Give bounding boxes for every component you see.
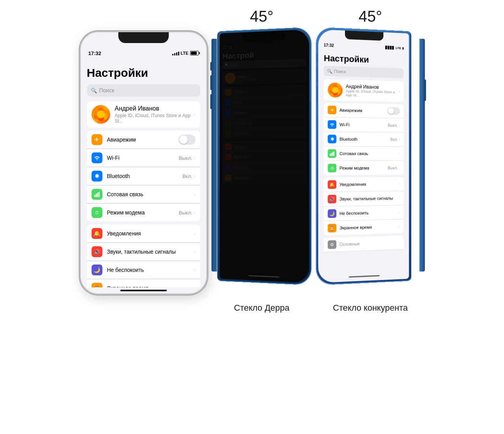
light-airplane-label: Авиарежим bbox=[339, 108, 387, 113]
light-notch bbox=[345, 31, 383, 41]
dnd-label: Не беспокоить bbox=[107, 267, 194, 273]
light-dnd-row: 🌙 Не беспокоить › bbox=[324, 205, 404, 221]
light-bluetooth-label: Bluetooth bbox=[339, 137, 390, 142]
light-bluetooth-row: ✱ Bluetooth Вкл. › bbox=[324, 132, 404, 147]
svg-rect-19 bbox=[331, 153, 332, 156]
light-hotspot-row: ⊙ Режим модема Выкл. › bbox=[324, 161, 404, 175]
dark-vol2-btn bbox=[210, 94, 213, 109]
svg-point-6 bbox=[97, 111, 105, 118]
light-screentime-row: ⏳ Экранное время › bbox=[324, 220, 404, 235]
search-icon: 🔍 bbox=[91, 88, 97, 93]
light-general-label: Основные bbox=[339, 241, 360, 247]
bluetooth-icon: ✱ bbox=[92, 171, 102, 182]
screentime-icon: ⏳ bbox=[92, 283, 102, 287]
battery-fill bbox=[191, 52, 197, 55]
light-notifications-chevron: › bbox=[399, 182, 400, 186]
mute-button bbox=[80, 57, 80, 68]
home-indicator bbox=[120, 290, 167, 291]
light-search: 🔍 Поиск bbox=[324, 66, 404, 78]
light-profile-sub: Apple ID, iCloud, iTunes Store и App St.… bbox=[346, 89, 399, 98]
phone-light-body: 17:32 ▊▊▊▊ LTE ▮ Настройки 🔍 Поиск bbox=[316, 27, 411, 285]
light-airplane-icon: ✈ bbox=[327, 105, 336, 114]
signal-bar-3 bbox=[176, 52, 177, 55]
light-general-icon: ⚙ bbox=[327, 240, 336, 249]
light-power-btn bbox=[424, 80, 426, 101]
caption-spacer bbox=[80, 303, 208, 314]
dnd-chevron: › bbox=[194, 268, 196, 272]
profile-chevron: › bbox=[194, 112, 196, 117]
sounds-chevron: › bbox=[194, 249, 196, 254]
dnd-row[interactable]: 🌙 Не беспокоить › bbox=[87, 261, 200, 279]
sounds-label: Звуки, тактильные сигналы bbox=[107, 249, 194, 255]
light-profile-info: Андрей Иванов Apple ID, iCloud, iTunes S… bbox=[346, 84, 399, 98]
light-dnd-icon: 🌙 bbox=[327, 209, 336, 218]
svg-rect-10 bbox=[99, 192, 100, 197]
cellular-chevron: › bbox=[194, 192, 196, 197]
light-screentime-icon: ⏳ bbox=[327, 224, 336, 233]
notifications-icon: 🔔 bbox=[92, 228, 102, 239]
svg-rect-20 bbox=[332, 152, 333, 156]
airplane-icon: ✈ bbox=[92, 134, 102, 145]
screentime-label: Экранное время bbox=[107, 285, 194, 287]
light-vol2-btn bbox=[316, 86, 317, 101]
light-battery: ▮ bbox=[402, 46, 404, 50]
light-hotspot-label: Режим модема bbox=[339, 166, 388, 171]
light-cellular-row: Сотовая связь › bbox=[324, 147, 404, 161]
light-system-section: 🔔 Уведомления › 🔊 Звуки, тактильные сигн… bbox=[324, 177, 404, 235]
dark-power-btn bbox=[310, 79, 311, 101]
settings-title: Настройки bbox=[81, 60, 206, 83]
hotspot-value: Выкл. bbox=[179, 210, 192, 216]
light-screen: 17:32 ▊▊▊▊ LTE ▮ Настройки 🔍 Поиск bbox=[318, 29, 409, 283]
light-profile-section: Андрей Иванов Apple ID, iCloud, iTunes S… bbox=[324, 79, 404, 102]
light-home-indicator bbox=[349, 275, 379, 277]
wifi-icon bbox=[92, 152, 102, 163]
hotspot-label: Режим модема bbox=[107, 209, 179, 216]
phone-flat-wrapper: 17:32 LTE bbox=[80, 31, 208, 295]
screentime-chevron: › bbox=[194, 286, 196, 287]
light-time: 17:32 bbox=[324, 43, 334, 47]
dark-screen-content: 17:32 Настрой 🔍 Поис... Андре... Apple I… bbox=[219, 39, 309, 186]
notifications-chevron: › bbox=[194, 231, 196, 236]
svg-rect-21 bbox=[334, 151, 334, 156]
dark-home-indicator bbox=[248, 275, 279, 277]
search-bar[interactable]: 🔍 Поиск bbox=[87, 84, 200, 97]
airplane-label: Авиарежим bbox=[107, 137, 178, 143]
light-notifications-row: 🔔 Уведомления › bbox=[324, 177, 404, 192]
profile-row[interactable]: Андрей Иванов Apple ID, iCloud, iTunes S… bbox=[87, 101, 200, 128]
svg-rect-9 bbox=[97, 192, 99, 197]
power-button bbox=[207, 83, 208, 106]
angle-label-left: 45° bbox=[250, 8, 274, 25]
caption-light: Стекло конкурента bbox=[316, 303, 425, 314]
light-search-placeholder: Поиск bbox=[334, 69, 346, 74]
sounds-row[interactable]: 🔊 Звуки, тактильные сигналы › bbox=[87, 243, 200, 261]
wifi-row[interactable]: Wi-Fi Выкл. › bbox=[87, 149, 200, 167]
airplane-row[interactable]: ✈ Авиарежим bbox=[87, 131, 200, 149]
bluetooth-label: Bluetooth bbox=[107, 173, 183, 179]
signal-bar-2 bbox=[174, 53, 175, 55]
cellular-icon bbox=[92, 189, 102, 200]
bluetooth-row[interactable]: ✱ Bluetooth Вкл. › bbox=[87, 167, 200, 185]
notifications-label: Уведомления bbox=[107, 230, 194, 237]
light-wifi-value: Выкл. bbox=[388, 123, 398, 127]
light-sounds-row: 🔊 Звуки, тактильные сигналы › bbox=[324, 191, 404, 207]
hotspot-row[interactable]: ⊙ Режим модема Выкл. › bbox=[87, 204, 200, 221]
dnd-icon: 🌙 bbox=[92, 265, 102, 275]
light-profile-chevron: › bbox=[398, 90, 400, 94]
system-section: 🔔 Уведомления › 🔊 Звуки, тактильные сигн… bbox=[87, 225, 200, 287]
captions-row: Стекло Дерра Стекло конкурента bbox=[0, 303, 504, 314]
light-wifi-chevron: › bbox=[399, 124, 400, 127]
dark-screen: 17:32 Настрой 🔍 Поис... Андре... Apple I… bbox=[219, 29, 309, 283]
vol-down-button bbox=[80, 88, 80, 110]
cellular-row[interactable]: Сотовая связь › bbox=[87, 185, 200, 204]
airplane-toggle[interactable] bbox=[178, 135, 196, 145]
sounds-icon: 🔊 bbox=[92, 246, 102, 257]
status-bar: 17:32 LTE bbox=[81, 43, 206, 60]
svg-rect-7 bbox=[94, 195, 95, 197]
screentime-row[interactable]: ⏳ Экранное время › bbox=[87, 279, 200, 287]
light-airplane-toggle bbox=[387, 107, 400, 115]
profile-name: Андрей Иванов bbox=[115, 105, 194, 112]
light-hotspot-value: Выкл. bbox=[388, 166, 398, 170]
phone-dark-container: 17:32 Настрой 🔍 Поис... Андре... Apple I… bbox=[211, 29, 312, 285]
light-general-row: ⚙ Основные bbox=[324, 235, 404, 252]
notifications-row[interactable]: 🔔 Уведомления › bbox=[87, 225, 200, 243]
